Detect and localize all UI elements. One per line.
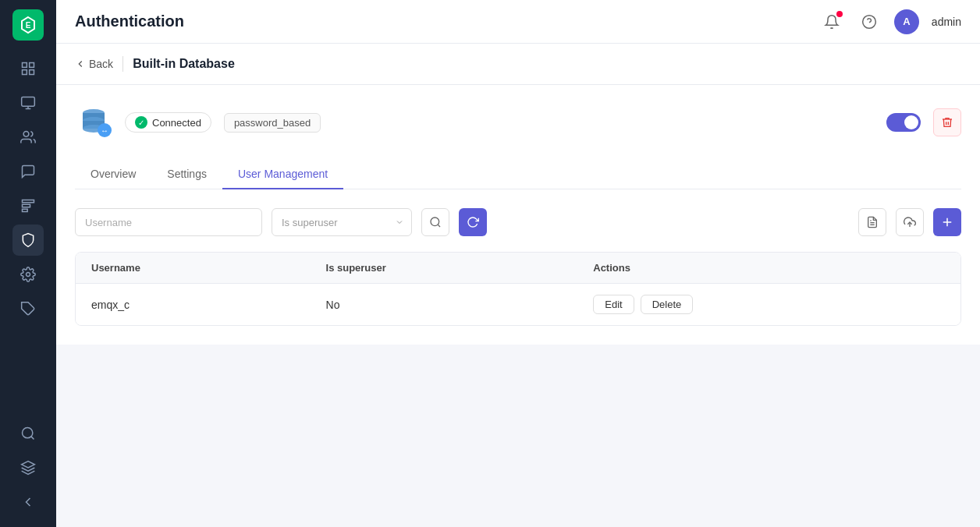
svg-rect-4	[23, 70, 27, 75]
main-content: Authentication A admin	[56, 0, 980, 527]
username-input[interactable]	[75, 208, 262, 236]
toggle-knob	[904, 115, 918, 129]
upload-button[interactable]	[896, 208, 924, 236]
sidebar-item-settings[interactable]	[12, 259, 44, 290]
help-button[interactable]	[857, 9, 882, 34]
edit-user-button[interactable]: Edit	[593, 295, 634, 314]
column-actions: Actions	[577, 253, 960, 284]
sidebar-item-layers[interactable]	[12, 452, 44, 483]
sidebar: E	[0, 0, 56, 527]
svg-line-11	[31, 437, 34, 440]
sidebar-item-subscriptions[interactable]	[12, 156, 44, 187]
sidebar-item-clients[interactable]	[12, 122, 44, 153]
export-button[interactable]	[858, 208, 886, 236]
svg-rect-6	[22, 97, 35, 107]
sidebar-item-auth[interactable]	[12, 225, 44, 256]
svg-text:↔: ↔	[101, 126, 108, 135]
svg-point-10	[23, 428, 33, 438]
page-section-title: Built-in Database	[133, 57, 235, 71]
refresh-button[interactable]	[459, 208, 487, 236]
tab-settings[interactable]: Settings	[151, 160, 222, 189]
filter-row: Is superuser Yes No	[75, 208, 961, 236]
sidebar-item-extensions[interactable]	[12, 293, 44, 324]
svg-point-8	[27, 273, 30, 277]
svg-rect-3	[30, 63, 34, 68]
sidebar-logo[interactable]: E	[12, 9, 44, 41]
delete-user-button[interactable]: Delete	[641, 295, 694, 314]
table-row: emqx_c No Edit Delete	[76, 284, 960, 326]
table-header-row: Username Is superuser Actions	[76, 253, 960, 284]
svg-point-22	[431, 218, 439, 226]
delete-database-button[interactable]	[933, 108, 961, 136]
sidebar-item-rules[interactable]	[12, 190, 44, 221]
auth-type-badge: password_based	[224, 113, 321, 133]
enable-toggle[interactable]	[886, 113, 921, 132]
svg-point-13	[863, 15, 876, 28]
svg-text:E: E	[26, 21, 31, 30]
cell-username: emqx_c	[76, 284, 311, 326]
tab-user-management[interactable]: User Management	[222, 160, 343, 189]
svg-point-7	[23, 132, 29, 137]
svg-rect-2	[23, 63, 27, 68]
notification-dot	[836, 11, 843, 17]
back-label: Back	[89, 58, 113, 70]
users-table: Username Is superuser Actions emqx_c No …	[75, 252, 961, 326]
topbar-actions: A admin	[819, 9, 961, 34]
column-is-superuser: Is superuser	[311, 253, 578, 284]
sidebar-item-monitor[interactable]	[12, 87, 44, 118]
back-button[interactable]: Back	[75, 58, 113, 70]
page-header: Back Built-in Database	[56, 44, 980, 85]
sidebar-item-search[interactable]	[12, 418, 44, 449]
sidebar-item-collapse[interactable]	[12, 486, 44, 518]
add-user-button[interactable]	[933, 208, 961, 236]
topbar: Authentication A admin	[56, 0, 980, 44]
body-section: ↔ ✓ Connected password_based	[56, 85, 980, 345]
connected-badge: ✓ Connected	[125, 112, 211, 133]
superuser-select[interactable]: Is superuser Yes No	[272, 208, 412, 236]
database-icon: ↔	[75, 104, 112, 141]
sidebar-item-dashboard[interactable]	[12, 53, 44, 84]
svg-line-23	[438, 225, 440, 227]
avatar: A	[894, 9, 919, 34]
header-divider	[123, 56, 123, 72]
database-info-row: ↔ ✓ Connected password_based	[75, 104, 961, 141]
column-username: Username	[76, 253, 311, 284]
connected-label: Connected	[152, 117, 201, 129]
cell-is-superuser: No	[311, 284, 578, 326]
cell-actions: Edit Delete	[577, 284, 960, 326]
notifications-button[interactable]	[819, 9, 844, 34]
tabs: Overview Settings User Management	[75, 160, 961, 189]
svg-marker-12	[22, 462, 35, 468]
admin-name: admin	[932, 16, 961, 28]
content-area: Back Built-in Database	[56, 44, 980, 527]
search-button[interactable]	[421, 208, 449, 236]
connected-dot: ✓	[135, 116, 147, 129]
page-title: Authentication	[75, 12, 819, 30]
svg-rect-5	[30, 70, 34, 75]
tab-overview[interactable]: Overview	[75, 160, 151, 189]
